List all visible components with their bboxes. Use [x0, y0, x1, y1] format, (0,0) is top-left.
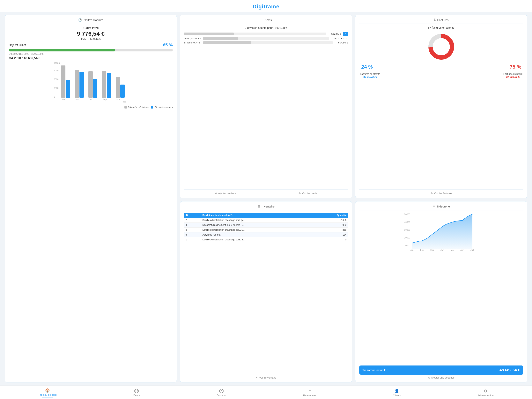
nav-references-label: Références [303, 394, 316, 397]
view-devis-link[interactable]: 👁 Voir les devis [298, 192, 317, 195]
nav-clients-label: Clients [393, 394, 401, 397]
svg-rect-14 [89, 71, 93, 98]
inv-col-product: Produit en fin de stock (<2) [201, 213, 309, 218]
inv-table-header-row: ID Produit en fin de stock (<2) Quantité [184, 213, 348, 218]
factures-donut [426, 31, 457, 62]
devis-summary: 3 devis en attente pour : 1621,08 € [184, 26, 348, 29]
svg-text:aaa: aaa [123, 101, 126, 103]
view-factures-link[interactable]: 👁 Voir les factures [431, 192, 452, 195]
ca-card: 🕐 Chiffre d'affaire Juillet 2020 9 776,5… [5, 15, 177, 382]
nav-factures-label: Factures [216, 394, 227, 397]
tresorerie-current-label: Trésorerie actuelle : [362, 368, 388, 372]
svg-rect-16 [102, 71, 106, 98]
add-devis-link[interactable]: ⊕ Ajouter un devis [215, 192, 236, 195]
factures-card-header: € Factures [359, 18, 523, 24]
inv-cell-qty: -1656 [309, 218, 348, 223]
add-depense-link[interactable]: ⊕ Ajouter une dépense [428, 376, 455, 379]
view-inventaire-link[interactable]: 👁 Voir l'inventaire [256, 376, 276, 379]
inventaire-title: Inventaire [262, 205, 275, 208]
inv-cell-product: Acrylique noir mat [201, 232, 309, 237]
bottom-nav: 🏠 Tableau de bord D Devis € Factures ≡ R… [0, 386, 532, 399]
nav-factures[interactable]: € Factures [216, 389, 227, 397]
svg-text:Juil: Juil [89, 98, 93, 101]
devis-amount-3: 604,50 € [334, 41, 348, 44]
inv-cell-qty: -368 [309, 228, 348, 232]
nav-clients[interactable]: 👤 Clients [393, 389, 401, 397]
devis-card: ☰ Devis 3 devis en attente pour : 1621,0… [180, 15, 352, 198]
legend-curr-dot [151, 106, 153, 109]
svg-text:Juil: Juil [470, 249, 474, 251]
svg-rect-13 [79, 72, 84, 98]
inv-cell-product: Dosseret d'écartement 400 x 45 mm (… [201, 223, 309, 228]
devis-name-3: Brasserie XYZ [184, 41, 202, 44]
inv-cell-qty: -920 [309, 223, 348, 228]
inv-cell-id: 4 [184, 223, 201, 228]
legend-prev-label: CA année précédente [128, 106, 149, 108]
nav-devis-label: Devis [133, 394, 140, 397]
nav-devis-icon: D [134, 389, 139, 393]
donut-label-right: 75 % [510, 64, 521, 70]
devis-name-2: Georges White [184, 37, 202, 40]
legend-curr-label: CA année en cours [154, 106, 173, 108]
inv-table-row: 1 Douilles d'installation chauffage et E… [184, 237, 348, 242]
inv-cell-id: 1 [184, 237, 201, 242]
nav-tableau-de-bord-icon: 🏠 [45, 388, 50, 393]
factures-center: 57 factures en attente 24 % 75 % [359, 26, 523, 78]
devis-bar-1 [184, 32, 326, 35]
nav-tableau-de-bord[interactable]: 🏠 Tableau de bord [38, 388, 57, 398]
svg-text:0: 0 [54, 96, 55, 98]
factures-footer: 👁 Voir les factures [359, 189, 523, 195]
inventaire-icon: ☰ [257, 205, 260, 208]
inv-table-row: 4 Dosseret d'écartement 400 x 45 mm (… -… [184, 223, 348, 228]
inv-cell-qty: 0 [309, 237, 348, 242]
nav-administration[interactable]: ⚙ Administration [477, 389, 494, 397]
devis-bar-3 [203, 41, 333, 44]
devis-title: Devis [265, 18, 272, 22]
devis-edit-button[interactable]: ↗ [343, 32, 348, 36]
tresorerie-icon: ✳ [433, 205, 435, 208]
nav-references[interactable]: ≡ Références [303, 389, 316, 397]
nav-tableau-de-bord-label: Tableau de bord [38, 393, 57, 396]
main-grid: ☰ Devis 3 devis en attente pour : 1621,0… [0, 12, 532, 386]
tresorerie-card-header: ✳ Trésorerie [359, 205, 523, 210]
svg-text:Avr: Avr [440, 249, 444, 251]
devis-row-3: Brasserie XYZ 604,50 € [184, 41, 348, 44]
svg-text:10000: 10000 [404, 244, 410, 247]
devis-row-2: Georges White 453,78 € ✓ [184, 37, 348, 40]
tresorerie-card: ✳ Trésorerie 50000 40000 30000 20000 100… [355, 201, 527, 382]
svg-text:Jan: Jan [410, 249, 414, 251]
devis-amount-1: 562,80 € [328, 32, 341, 35]
svg-text:Fev: Fev [420, 249, 424, 251]
inv-cell-id: 6 [184, 232, 201, 237]
ca-objectif-label: Objectif Juillet : [9, 44, 27, 46]
nav-references-icon: ≡ [309, 389, 311, 393]
add-devis-icon: ⊕ [215, 192, 217, 195]
inventaire-footer: 👁 Voir l'inventaire [184, 374, 348, 379]
svg-text:Nov: Nov [116, 98, 120, 101]
legend-prev: CA année précédente [124, 106, 149, 109]
factures-subtitle: 57 factures en attente [428, 26, 454, 29]
svg-rect-12 [75, 70, 79, 98]
ca-progress-bar-fill [9, 49, 115, 51]
nav-devis[interactable]: D Devis [133, 389, 140, 397]
svg-text:Mai: Mai [76, 98, 79, 101]
factures-card: € Factures 57 factures en attente [355, 15, 527, 198]
factures-title: Factures [437, 18, 449, 22]
svg-text:Sep: Sep [103, 98, 107, 101]
inv-table-row: 3 Douilles d'installation chauffage et E… [184, 228, 348, 232]
factures-pending-label: Factures en attente [360, 73, 380, 75]
nav-active-underline [42, 397, 53, 398]
factures-stat-late: Factures en retard 27 628,62 € [503, 73, 522, 78]
add-devis-label: Ajouter un devis [218, 192, 236, 195]
tresorerie-footer: Trésorerie actuelle : 48 682,54 € [359, 366, 523, 375]
factures-stats: Factures en attente 36 910,66 € Factures… [359, 73, 523, 78]
inventaire-card-header: ☰ Inventaire [184, 205, 348, 210]
tresorerie-current-value: 48 682,54 € [500, 368, 520, 372]
ca-objectif-row: Objectif Juillet : 65 % [9, 42, 173, 48]
svg-text:Mai: Mai [451, 249, 454, 251]
svg-text:6000: 6000 [54, 78, 58, 80]
ca-card-header: 🕐 Chiffre d'affaire [9, 18, 173, 24]
ca-icon: 🕐 [78, 18, 82, 22]
svg-rect-10 [61, 65, 65, 98]
svg-text:Juin: Juin [460, 249, 464, 251]
